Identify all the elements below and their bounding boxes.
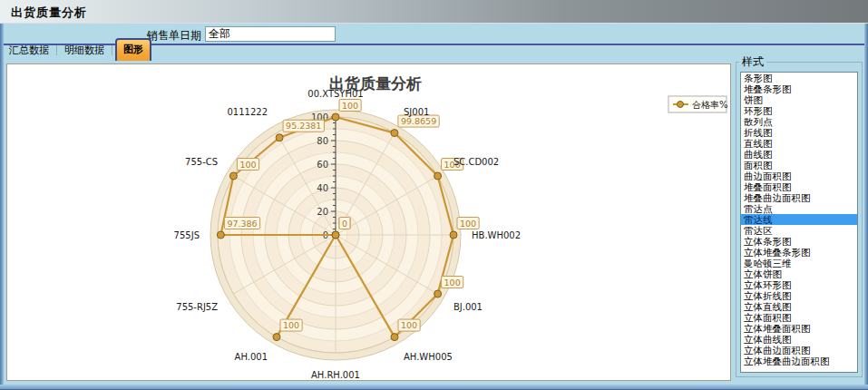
svg-text:100: 100	[283, 320, 299, 330]
style-option[interactable]: 立体堆叠面积图	[741, 323, 857, 334]
svg-text:97.386: 97.386	[227, 219, 257, 229]
titlebar: 出货质量分析	[0, 0, 868, 24]
window-border-right	[864, 24, 868, 390]
svg-text:SJ001: SJ001	[404, 107, 429, 117]
tab-bar: 汇总数据明细数据图形	[5, 40, 151, 61]
style-option[interactable]: 立体折线图	[741, 290, 857, 301]
style-option[interactable]: 立体曲边面积图	[741, 345, 857, 356]
style-option[interactable]: 曲线图	[741, 149, 857, 160]
style-panel: 样式 条形图堆叠条形图饼图环形图散列点折线图直线图曲线图面积图曲边面积图堆叠面积…	[736, 54, 863, 377]
app-window: 出货质量分析 销售单日期 汇总数据明细数据图形 0204060801001009…	[0, 0, 868, 390]
style-option[interactable]: 立体饼图	[741, 268, 857, 279]
svg-text:755-RJ5Z: 755-RJ5Z	[176, 302, 218, 312]
svg-text:HB.WH002: HB.WH002	[472, 230, 521, 240]
svg-text:99.8659: 99.8659	[401, 116, 436, 126]
sales-date-input[interactable]	[205, 26, 336, 42]
svg-text:100: 100	[444, 278, 461, 288]
svg-text:AH.001: AH.001	[235, 352, 268, 362]
tab-chart[interactable]: 图形	[115, 38, 151, 61]
style-option[interactable]: 面积图	[741, 160, 857, 171]
chart-panel: 02040608010010099.8659100100100100010009…	[6, 63, 731, 381]
style-option[interactable]: 堆叠条形图	[741, 83, 857, 94]
style-option[interactable]: 立体条形图	[741, 236, 857, 247]
radar-chart: 02040608010010099.8659100100100100010009…	[7, 64, 730, 380]
svg-text:AH.RH.001: AH.RH.001	[311, 370, 360, 380]
style-option[interactable]: 立体面积图	[741, 312, 857, 323]
svg-text:AH.WH005: AH.WH005	[404, 352, 453, 362]
svg-text:0: 0	[342, 219, 347, 229]
style-option[interactable]: 立体堆叠条形图	[741, 247, 857, 258]
window-border-left	[0, 24, 4, 390]
svg-text:SC.CD002: SC.CD002	[454, 157, 499, 167]
svg-text:出货质量分析: 出货质量分析	[329, 74, 422, 93]
style-option[interactable]: 堆叠曲边面积图	[741, 192, 857, 203]
tab-summary[interactable]: 汇总数据	[5, 41, 54, 61]
svg-text:60: 60	[317, 160, 328, 170]
style-option[interactable]: 条形图	[741, 73, 857, 83]
tab-divider	[56, 45, 57, 55]
svg-text:40: 40	[317, 183, 328, 193]
style-option[interactable]: 立体堆叠曲边面积图	[741, 356, 857, 366]
style-option[interactable]: 雷达线	[741, 214, 857, 225]
style-listbox[interactable]: 条形图堆叠条形图饼图环形图散列点折线图直线图曲线图面积图曲边面积图堆叠面积图堆叠…	[740, 72, 858, 373]
style-option[interactable]: 雷达点	[741, 203, 857, 214]
style-panel-title: 样式	[739, 54, 766, 70]
style-option[interactable]: 曲边面积图	[741, 171, 857, 181]
style-option[interactable]: 散列点	[741, 116, 857, 127]
svg-text:100: 100	[239, 160, 256, 170]
svg-text:100: 100	[460, 219, 476, 229]
svg-text:755JS: 755JS	[174, 230, 200, 240]
svg-text:80: 80	[317, 136, 328, 146]
svg-text:0111222: 0111222	[227, 107, 268, 117]
page-title: 出货质量分析	[11, 5, 87, 21]
style-option[interactable]: 立体曲线图	[741, 334, 857, 345]
svg-text:100: 100	[401, 320, 417, 330]
window-border-bottom	[0, 385, 868, 390]
style-option[interactable]: 饼图	[741, 94, 857, 105]
tab-divider	[112, 45, 112, 55]
svg-text:755-CS: 755-CS	[185, 157, 218, 167]
svg-text:BJ.001: BJ.001	[454, 302, 483, 312]
style-option[interactable]: 堆叠面积图	[741, 181, 857, 192]
style-option[interactable]: 曼哈顿三维	[741, 258, 857, 268]
svg-text:100: 100	[342, 101, 358, 111]
svg-text:合格率%: 合格率%	[692, 100, 728, 110]
style-option[interactable]: 折线图	[741, 127, 857, 138]
style-option[interactable]: 环形图	[741, 105, 857, 116]
style-option[interactable]: 直线图	[741, 138, 857, 149]
style-option[interactable]: 立体环形图	[741, 279, 857, 290]
tab-detail[interactable]: 明细数据	[60, 41, 109, 61]
style-option[interactable]: 立体直线图	[741, 301, 857, 312]
svg-text:95.2381: 95.2381	[286, 121, 321, 131]
style-option[interactable]: 雷达区	[741, 225, 857, 236]
svg-text:20: 20	[317, 207, 328, 217]
